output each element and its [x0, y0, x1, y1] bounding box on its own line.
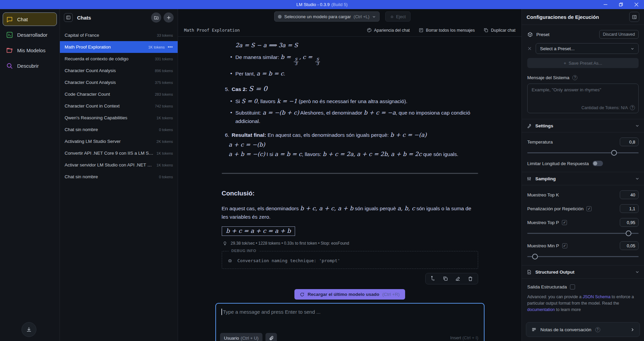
new-folder-button[interactable] [151, 12, 161, 23]
debug-text: Conversation naming technique: 'prompt' [238, 258, 340, 263]
eject-icon [390, 14, 394, 19]
chat-list-item[interactable]: Capital of France33 tokens [60, 29, 178, 41]
role-shortcut: (Ctrl + U) [241, 336, 258, 341]
equation-line: a + b = −(c) I si a = b = c, llavors: b … [222, 150, 478, 159]
system-prompt-input[interactable]: Example, "Only answer in rhymes" Cantida… [527, 84, 639, 113]
chat-list-item[interactable]: Activating LM Studio Server2K tokens [60, 135, 178, 147]
temperature-value[interactable]: 0,8 [620, 137, 639, 146]
notes-icon [531, 327, 537, 332]
nav-label: Mis Modelos [17, 48, 45, 53]
sampling-value[interactable]: 0,95 [620, 218, 639, 227]
temperature-label: Temperatura [527, 140, 553, 145]
clear-messages-button[interactable]: Borrar todos los mensajes [419, 28, 475, 33]
sampling-label: Muestreo Top K [527, 192, 559, 197]
new-chat-button[interactable] [164, 12, 174, 23]
reload-model-button[interactable]: Recargar el último modelo usado (Ctrl +R… [294, 289, 405, 300]
minimize-button[interactable] [598, 0, 613, 9]
branch-icon[interactable] [430, 276, 436, 281]
chat-item-title: Activating LM Studio Server [65, 139, 121, 144]
collapse-panel-button[interactable] [64, 13, 73, 22]
slider-knob[interactable] [611, 150, 617, 156]
chat-list-item[interactable]: Character Count in Context742 tokens [60, 100, 178, 112]
temperature-slider[interactable] [527, 150, 639, 156]
plus-icon: + [564, 61, 566, 66]
sampling-slider[interactable] [527, 230, 639, 236]
structured-output-checkbox[interactable] [570, 284, 575, 289]
slider-knob[interactable] [626, 230, 632, 236]
sampling-row: Penalización por Repetición✓1,1 [522, 204, 644, 213]
chat-list-item[interactable]: Qwen's Reasoning Capabilities1K tokens [60, 112, 178, 124]
palette-icon [367, 28, 372, 33]
slider-knob[interactable] [532, 254, 538, 259]
json-schema-link[interactable]: JSON Schema [583, 294, 611, 299]
eject-button[interactable]: Eject [385, 11, 410, 22]
panel-right-icon [632, 14, 637, 20]
help-icon[interactable]: ? [572, 75, 577, 80]
documentation-link[interactable]: documentation [527, 307, 555, 312]
trash-icon[interactable] [468, 276, 473, 281]
system-prompt-placeholder: Example, "Only answer in rhymes" [532, 87, 634, 92]
collapse-right-panel-button[interactable] [629, 12, 639, 22]
structured-output-section-header[interactable]: Structured Output [522, 265, 644, 279]
sampling-slider[interactable] [527, 254, 639, 259]
sampling-value[interactable]: 0,05 [620, 241, 639, 250]
chat-list-item[interactable]: Chat sin nombre0 tokens [60, 171, 178, 183]
restore-button[interactable] [613, 0, 629, 9]
settings-section-header[interactable]: Settings [522, 119, 644, 132]
nav-item-my-models[interactable]: Mis Modelos [3, 43, 57, 57]
nav-item-chat[interactable]: Chat [3, 12, 57, 26]
chat-scroll-area[interactable]: 2a = S − a ⟹ 3a = SDe manera similar: b … [178, 37, 522, 341]
system-prompt-label: Mensaje del Sistema [527, 75, 569, 80]
chat-list-item[interactable]: Convertir API .NET Core 9 con IIS a LM S… [60, 147, 178, 159]
save-preset-button[interactable]: + Save Preset As... [527, 58, 639, 68]
sampling-checkbox[interactable]: ✓ [586, 206, 592, 211]
chat-list-item[interactable]: Character Count Analysis375 tokens [60, 76, 178, 88]
preset-select[interactable]: Select a Preset... [536, 43, 639, 54]
attach-file-button[interactable] [265, 333, 277, 341]
eject-label: Eject [396, 14, 406, 19]
message-divider [222, 173, 478, 174]
sampling-checkbox[interactable]: ✓ [562, 220, 567, 225]
bulb-icon [223, 241, 227, 246]
conversation-notes-button[interactable]: Notas de la conversación ? [526, 322, 640, 337]
sampling-value[interactable]: 1,1 [620, 204, 639, 213]
chat-list-item[interactable]: Character Count Analysis896 tokens [60, 65, 178, 76]
chat-item-title: Chat sin nombre [65, 127, 98, 132]
chat-item-menu-icon[interactable]: ••• [168, 45, 173, 50]
downloads-button[interactable] [22, 322, 36, 337]
chats-header: Chats [60, 9, 178, 26]
reload-model-shortcut: (Ctrl +R) [382, 292, 399, 297]
help-icon[interactable]: ? [595, 327, 600, 332]
info-icon[interactable]: ? [630, 105, 635, 110]
sampling-section-header[interactable]: Sampling [522, 172, 644, 185]
chat-list-item[interactable]: Math Proof Exploration1K tokens••• [60, 41, 178, 53]
clear-preset-icon[interactable] [527, 46, 532, 51]
discard-unsaved-button[interactable]: Discard Unsaved [599, 30, 639, 39]
edit-icon[interactable] [455, 276, 461, 281]
copy-icon[interactable] [443, 276, 448, 281]
close-button[interactable] [629, 0, 644, 9]
chat-list-item[interactable]: Recuerda el contexto de código331 tokens [60, 53, 178, 65]
chevron-down-icon [635, 177, 639, 181]
insert-button[interactable]: Insert (Ctrl + I) [450, 335, 478, 340]
chat-item-title: Convertir API .NET Core 9 con IIS a LM S… [65, 151, 154, 156]
model-loader-dropdown[interactable]: Seleccione un modelo para cargar (Ctrl +… [274, 11, 380, 22]
role-toggle-button[interactable]: Usuario (Ctrl + U) [220, 333, 263, 341]
nav-item-developer[interactable]: Desarrollador [3, 28, 57, 41]
bug-icon [227, 258, 232, 263]
duplicate-chat-button[interactable]: Duplicar chat [484, 28, 515, 33]
sampling-value[interactable]: 40 [620, 190, 639, 199]
message-input[interactable]: Type a message and press Enter to send .… [215, 303, 485, 341]
reload-model-label: Recargar el último modelo usado [308, 292, 379, 297]
clear-messages-icon [419, 28, 424, 33]
new-folder-icon [154, 15, 159, 20]
chat-list-item[interactable]: Code Character Count283 tokens [60, 88, 178, 100]
nav-item-discover[interactable]: Descubrir [3, 59, 57, 72]
sampling-checkbox[interactable]: ✓ [562, 243, 567, 248]
chat-appearance-button[interactable]: Apariencia del chat [367, 28, 410, 33]
chat-list-item[interactable]: Activar servidor LM Studio con API .NET … [60, 159, 178, 171]
conversation-notes-label: Notas de la conversación [540, 327, 592, 332]
chat-list-item[interactable]: Chat sin nombre0 tokens [60, 124, 178, 135]
limit-response-toggle[interactable] [593, 161, 603, 166]
nav-label: Desarrollador [17, 32, 47, 38]
